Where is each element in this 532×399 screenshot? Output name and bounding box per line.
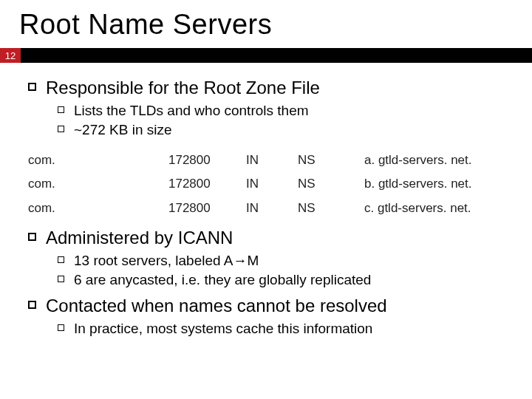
bullet-1-sub-1: Lists the TLDs and who controls them	[58, 103, 511, 119]
slide-title: Root Name Servers	[0, 0, 532, 48]
bullet-2: Administered by ICANN 13 root servers, l…	[28, 228, 511, 288]
bullet-2-text: Administered by ICANN	[46, 228, 233, 248]
cell-class: IN	[246, 197, 298, 220]
bullet-2-sub-1: 13 root servers, labeled A→M	[58, 253, 511, 269]
bullet-3: Contacted when names cannot be resolved …	[28, 296, 511, 337]
cell-server: b. gtld-servers. net.	[364, 172, 511, 196]
cell-ttl: 172800	[168, 197, 246, 220]
bullet-1-text: Responsible for the Root Zone File	[46, 78, 320, 98]
table-row: com. 172800 IN NS a. gtld-servers. net.	[28, 149, 511, 172]
bullet-3-text: Contacted when names cannot be resolved	[46, 296, 387, 316]
cell-server: a. gtld-servers. net.	[364, 149, 511, 172]
cell-domain: com.	[28, 149, 168, 172]
cell-type: NS	[298, 149, 364, 172]
zone-table: com. 172800 IN NS a. gtld-servers. net. …	[28, 149, 511, 220]
table-row: com. 172800 IN NS c. gtld-servers. net.	[28, 197, 511, 220]
bullet-1: Responsible for the Root Zone File Lists…	[28, 78, 511, 138]
cell-ttl: 172800	[168, 172, 246, 196]
table-row: com. 172800 IN NS b. gtld-servers. net.	[28, 172, 511, 196]
cell-class: IN	[246, 149, 298, 172]
cell-type: NS	[298, 172, 364, 196]
bullet-3-sub-1: In practice, most systems cache this inf…	[58, 321, 511, 337]
cell-domain: com.	[28, 197, 168, 220]
bullet-2-sub-2: 6 are anycasted, i.e. they are globally …	[58, 272, 511, 288]
bullet-1-sub-2: ~272 KB in size	[58, 122, 511, 138]
slide-body: Responsible for the Root Zone File Lists…	[0, 63, 532, 337]
slide: Root Name Servers 12 Responsible for the…	[0, 0, 532, 399]
cell-type: NS	[298, 197, 364, 220]
cell-class: IN	[246, 172, 298, 196]
cell-domain: com.	[28, 172, 168, 196]
cell-ttl: 172800	[168, 149, 246, 172]
cell-server: c. gtld-servers. net.	[364, 197, 511, 220]
title-band: 12	[0, 48, 532, 63]
page-number: 12	[0, 48, 21, 63]
